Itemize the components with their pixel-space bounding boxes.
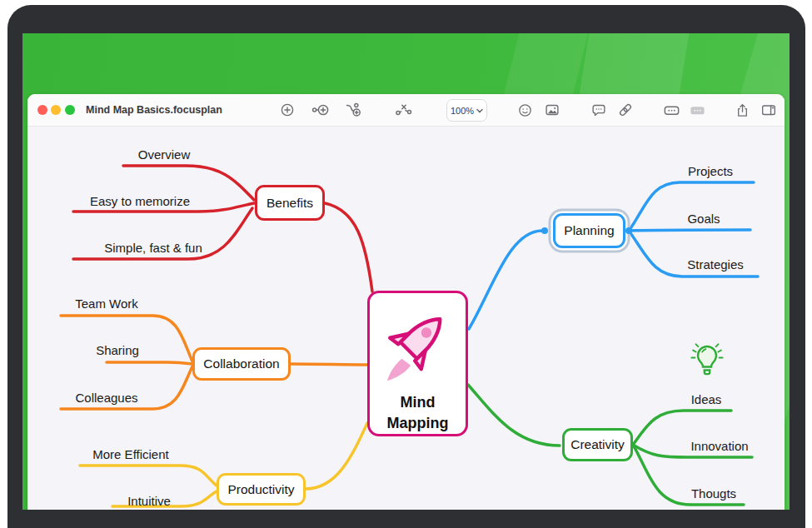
- subtopic-simple-fast-fun[interactable]: Simple, fast & fun: [104, 241, 202, 255]
- subtopic-easy-to-memorize[interactable]: Easy to memorize: [90, 194, 190, 208]
- share-icon[interactable]: [732, 100, 752, 120]
- zoom-level-value: 100%: [451, 106, 474, 116]
- sidebar-toggle-icon[interactable]: [759, 100, 779, 120]
- branch-benefits-connectors: [73, 166, 372, 291]
- subtopic-more-efficient[interactable]: More Efficient: [92, 447, 168, 461]
- comment-icon[interactable]: [589, 100, 609, 120]
- hero-banner: Mind Map Basics.focusplan: [22, 33, 790, 510]
- topic-label: Productivity: [227, 482, 294, 497]
- link-icon[interactable]: [615, 100, 635, 120]
- subtopic-strategies[interactable]: Strategies: [687, 257, 744, 271]
- topic-collaboration[interactable]: Collaboration: [192, 347, 291, 381]
- lightbulb-icon: [689, 341, 725, 385]
- rocket-icon: [380, 306, 456, 386]
- subtopic-thougts[interactable]: Thougts: [691, 486, 736, 501]
- app-window: Mind Map Basics.focusplan: [27, 94, 785, 510]
- subtopic-innovation[interactable]: Innovation: [690, 439, 748, 453]
- central-topic[interactable]: Mind Mapping: [367, 291, 468, 436]
- subtopic-ideas[interactable]: Ideas: [691, 392, 722, 406]
- topic-label: Creativity: [570, 437, 625, 452]
- mindmap-canvas[interactable]: Mind Mapping Benefits Planning Collabora…: [27, 127, 785, 510]
- add-topic-icon[interactable]: [277, 100, 297, 120]
- topic-productivity[interactable]: Productivity: [217, 473, 306, 506]
- topic-label: Collaboration: [203, 356, 279, 371]
- subtopic-goals[interactable]: Goals: [687, 212, 720, 226]
- disconnect-topics-icon[interactable]: [394, 100, 414, 120]
- topic-label: Benefits: [267, 196, 313, 211]
- add-topic-on-branch-icon[interactable]: [343, 100, 363, 120]
- add-child-topic-icon[interactable]: [311, 100, 331, 120]
- more-muted-icon[interactable]: [687, 100, 707, 120]
- close-button[interactable]: [37, 105, 47, 115]
- title-bar: Mind Map Basics.focusplan: [27, 94, 785, 127]
- subtopic-overview[interactable]: Overview: [138, 147, 191, 162]
- document-title: Mind Map Basics.focusplan: [86, 94, 222, 127]
- subtopic-projects[interactable]: Projects: [688, 164, 733, 178]
- marketing-page: Mind Map Basics.focusplan: [0, 0, 812, 528]
- central-topic-label: Mind Mapping: [376, 392, 460, 434]
- image-icon[interactable]: [542, 100, 562, 120]
- emoji-icon[interactable]: [515, 100, 535, 120]
- topic-creativity[interactable]: Creativity: [562, 428, 633, 461]
- connection-handle-left[interactable]: [541, 227, 548, 234]
- subtopic-intuitive[interactable]: Intuitive: [127, 494, 171, 508]
- subtopic-colleagues[interactable]: Colleagues: [75, 391, 137, 405]
- zoom-level-dropdown[interactable]: 100%: [446, 99, 487, 122]
- device-frame: Mind Map Basics.focusplan: [7, 5, 805, 528]
- more-outline-icon[interactable]: [661, 100, 681, 120]
- zoom-window-button[interactable]: [65, 105, 75, 115]
- connection-handle-right[interactable]: [625, 227, 632, 234]
- topic-label: Planning: [564, 223, 614, 238]
- branch-planning-connectors: [469, 182, 758, 329]
- chevron-down-icon: [476, 108, 483, 113]
- minimize-button[interactable]: [51, 105, 61, 115]
- topic-benefits[interactable]: Benefits: [255, 185, 325, 221]
- subtopic-team-work[interactable]: Team Work: [75, 296, 138, 311]
- subtopic-sharing[interactable]: Sharing: [96, 343, 139, 357]
- topic-planning[interactable]: Planning: [553, 213, 625, 248]
